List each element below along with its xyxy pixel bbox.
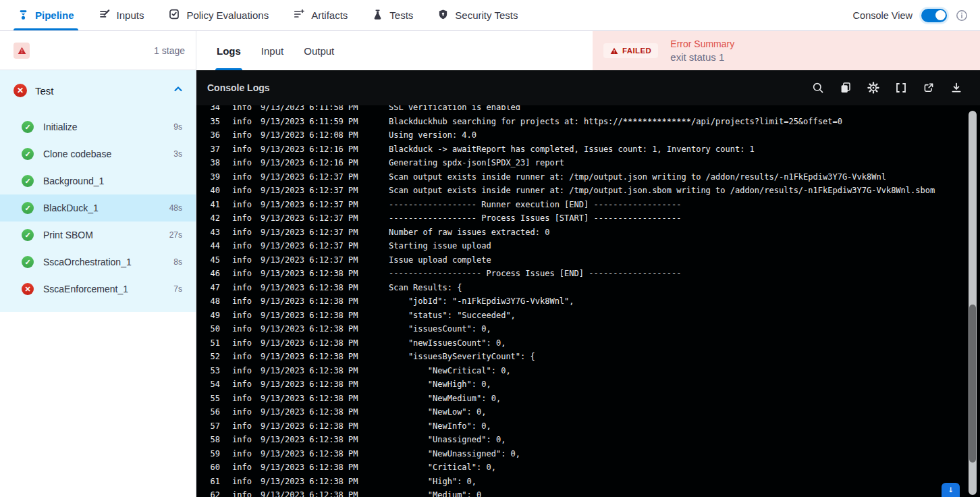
log-date: 9/13/2023 <box>261 324 304 334</box>
step-row[interactable]: BlackDuck_1 48s <box>0 194 196 221</box>
log-line: 52 info 9/13/2023 6:12:38 PM "issuesBySe… <box>196 350 967 364</box>
log-level: info <box>232 392 261 406</box>
log-message: "High": 0, <box>389 475 477 489</box>
console-view-toggle[interactable] <box>921 9 947 22</box>
log-message: Scan Results: { <box>389 281 462 295</box>
log-level: info <box>232 447 261 461</box>
log-line-number: 37 <box>196 142 220 157</box>
log-level: info <box>232 184 261 198</box>
log-line: 53 info 9/13/2023 6:12:38 PM "NewCritica… <box>196 364 967 378</box>
log-timestamp: 9/13/2023 6:12:38 PM <box>261 475 358 489</box>
stage-header-test[interactable]: Test <box>0 70 196 111</box>
chevron-up-icon[interactable] <box>173 84 184 97</box>
log-date: 9/13/2023 <box>261 352 304 361</box>
step-row[interactable]: Clone codebase 3s <box>0 140 196 167</box>
log-line: 62 info 9/13/2023 6:12:38 PM "Medium": 0 <box>196 488 967 497</box>
step-row[interactable]: Background_1 <box>0 167 196 194</box>
step-row[interactable]: Initialize 9s <box>0 113 196 140</box>
tab-label: Pipeline <box>35 9 74 21</box>
log-date: 9/13/2023 <box>261 200 304 209</box>
toggle-knob <box>935 10 946 20</box>
log-time: 6:12:38 PM <box>309 380 358 389</box>
tab-tests[interactable]: Tests <box>372 0 413 30</box>
log-message: Issue upload complete <box>389 253 491 267</box>
log-line: 45 info 9/13/2023 6:12:37 PM Issue uploa… <box>196 253 967 267</box>
tab-label: Tests <box>389 9 413 21</box>
log-line-number: 36 <box>196 128 220 142</box>
download-icon[interactable] <box>950 82 962 94</box>
log-line: 34 info 9/13/2023 6:11:58 PM SSL verific… <box>196 105 967 115</box>
log-timestamp: 9/13/2023 6:12:37 PM <box>261 253 358 267</box>
tab-policy-evaluations[interactable]: Policy Evaluations <box>168 0 269 30</box>
log-time: 6:12:38 PM <box>309 490 358 497</box>
step-duration: 27s <box>169 230 182 240</box>
log-timestamp: 9/13/2023 6:12:38 PM <box>261 322 358 336</box>
log-message: Number of raw issues extracted: 0 <box>389 226 549 240</box>
step-status-icon <box>22 256 34 268</box>
log-line: 39 info 9/13/2023 6:12:37 PM Scan output… <box>196 170 967 184</box>
log-timestamp: 9/13/2023 6:12:38 PM <box>261 350 358 364</box>
log-timestamp: 9/13/2023 6:12:37 PM <box>261 211 358 226</box>
console-view-label: Console View <box>853 10 913 21</box>
open-in-new-icon[interactable] <box>923 82 935 94</box>
log-line: 49 info 9/13/2023 6:12:38 PM "status": "… <box>196 309 967 323</box>
scroll-to-bottom-button[interactable]: ↓ <box>942 483 960 497</box>
step-list: Initialize 9s Clone codebase 3s Backgrou… <box>0 111 196 303</box>
step-row[interactable]: Print SBOM 27s <box>0 221 196 248</box>
console-log-viewport: 34 info 9/13/2023 6:11:58 PM SSL verific… <box>196 105 980 497</box>
tab-input[interactable]: Input <box>261 31 283 70</box>
main-panel: Logs Input Output FAILED Error Summary e… <box>196 31 980 497</box>
log-line: 48 info 9/13/2023 6:12:38 PM "jobId": "-… <box>196 294 967 309</box>
settings-gear-icon[interactable] <box>867 82 879 94</box>
copy-icon[interactable] <box>840 82 852 94</box>
log-message: "status": "Succeeded", <box>389 309 516 323</box>
info-icon[interactable] <box>956 9 968 22</box>
tab-output[interactable]: Output <box>304 31 334 70</box>
step-detail-tabs-row: Logs Input Output FAILED Error Summary e… <box>196 31 980 70</box>
log-scrollbar-thumb[interactable] <box>969 305 976 462</box>
log-timestamp: 9/13/2023 6:12:16 PM <box>261 142 358 157</box>
log-line-number: 44 <box>196 239 220 253</box>
tab-logs[interactable]: Logs <box>217 31 241 70</box>
log-date: 9/13/2023 <box>261 435 304 444</box>
log-line: 42 info 9/13/2023 6:12:37 PM -----------… <box>196 211 967 226</box>
log-line-number: 40 <box>196 184 220 198</box>
tab-pipeline[interactable]: Pipeline <box>18 0 74 30</box>
log-line-number: 59 <box>196 447 220 461</box>
log-date: 9/13/2023 <box>261 380 304 389</box>
log-level: info <box>232 267 261 281</box>
search-icon[interactable] <box>812 82 824 94</box>
stage-count: 1 stage <box>154 45 185 56</box>
warning-triangle-icon <box>610 47 618 55</box>
log-time: 6:12:37 PM <box>309 172 358 182</box>
step-status-icon <box>22 148 34 160</box>
log-level: info <box>232 322 261 336</box>
step-row[interactable]: SscaEnforcement_1 7s <box>0 276 196 303</box>
topbar-right: Console View <box>853 0 968 30</box>
log-level: info <box>232 142 261 157</box>
tab-security-tests[interactable]: Security Tests <box>437 0 518 30</box>
error-summary-text: Error Summary exit status 1 <box>670 38 734 63</box>
log-line-number: 46 <box>196 267 220 281</box>
log-date: 9/13/2023 <box>261 241 304 251</box>
log-date: 9/13/2023 <box>261 269 304 278</box>
log-scrollbar-track[interactable] <box>969 111 977 495</box>
step-status-icon <box>22 175 34 187</box>
log-line: 36 info 9/13/2023 6:12:08 PM Using versi… <box>196 128 967 142</box>
log-message: "issuesBySeverityCount": { <box>389 350 535 364</box>
log-time: 6:12:38 PM <box>309 421 358 431</box>
log-timestamp: 9/13/2023 6:12:38 PM <box>261 294 358 309</box>
log-level: info <box>232 105 261 115</box>
log-level: info <box>232 226 261 240</box>
log-message: "NewUnassigned": 0, <box>389 447 520 461</box>
tab-inputs[interactable]: Inputs <box>99 0 144 30</box>
tab-artifacts[interactable]: Artifacts <box>293 0 348 30</box>
fullscreen-icon[interactable] <box>895 82 907 94</box>
log-level: info <box>232 419 261 434</box>
log-line-number: 45 <box>196 253 220 267</box>
step-name: Initialize <box>43 122 78 132</box>
log-level: info <box>232 377 261 392</box>
step-duration: 7s <box>173 284 182 294</box>
step-row[interactable]: SscaOrchestration_1 8s <box>0 248 196 276</box>
log-date: 9/13/2023 <box>261 311 304 320</box>
